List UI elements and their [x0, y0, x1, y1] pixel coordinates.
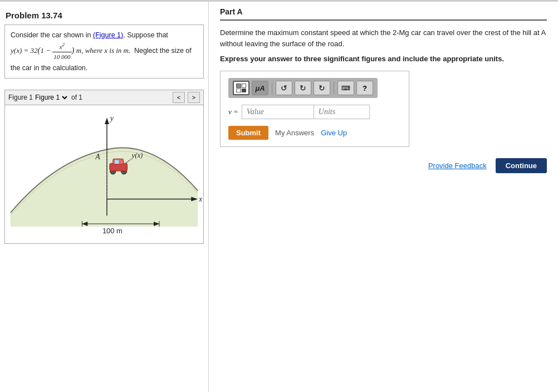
bottom-actions: Provide Feedback Continue: [220, 158, 547, 173]
undo-icon: ↺: [281, 84, 287, 92]
mu-a-button[interactable]: μA: [252, 81, 268, 95]
v-label: v =: [228, 107, 238, 116]
svg-text:A: A: [95, 153, 100, 161]
svg-rect-15: [115, 160, 119, 164]
question-text: Determine the maximum constant speed at …: [220, 27, 547, 49]
figure-link[interactable]: (Figure 1): [93, 31, 123, 39]
my-answers-label: My Answers: [275, 129, 314, 137]
help-button[interactable]: ?: [356, 81, 373, 95]
provide-feedback-link[interactable]: Provide Feedback: [428, 161, 487, 170]
svg-text:100 m: 100 m: [102, 227, 123, 235]
continue-button[interactable]: Continue: [496, 158, 547, 173]
value-input[interactable]: [242, 105, 314, 119]
framed-icon: [236, 84, 246, 92]
main-layout: Problem 13.74 Consider the car shown in …: [0, 2, 558, 392]
submit-row: Submit My Answers Give Up: [228, 126, 401, 140]
description-text-2: . Suppose that: [123, 31, 168, 39]
description-text-1: Consider the car shown in: [11, 31, 93, 39]
part-a-title: Part A: [220, 7, 547, 21]
undo-button[interactable]: ↺: [276, 81, 292, 95]
figure-of-text: of 1: [71, 94, 82, 101]
svg-text:x: x: [198, 195, 203, 203]
right-panel: Part A Determine the maximum constant sp…: [209, 2, 558, 392]
figure-panel: Figure 1 Figure 1 of 1 < >: [0, 90, 208, 244]
problem-title: Problem 13.74: [0, 7, 208, 24]
problem-description-box: Consider the car shown in (Figure 1). Su…: [4, 24, 204, 79]
framed-icon-button[interactable]: [233, 81, 249, 95]
figure-next-button[interactable]: >: [188, 92, 200, 103]
figure-label: Figure 1: [8, 94, 33, 101]
svg-text:y(x): y(x): [130, 151, 143, 159]
keyboard-icon: ⌨: [341, 85, 350, 92]
keyboard-button[interactable]: ⌨: [337, 81, 354, 95]
help-icon: ?: [363, 84, 367, 92]
figure-header: Figure 1 Figure 1 of 1 < >: [4, 90, 204, 105]
refresh-button[interactable]: ↻: [314, 81, 330, 95]
refresh-icon: ↻: [319, 84, 325, 92]
mu-a-icon: μA: [255, 84, 265, 92]
toolbar-separator-1: [272, 82, 272, 94]
figure-navigation: < >: [172, 92, 200, 103]
express-text: Express your answer to three significant…: [220, 55, 547, 63]
toolbar-separator-2: [334, 82, 334, 94]
math-formula: y(x) = 32(1 − x210 000) m, where x is in…: [11, 46, 132, 55]
figure-image-container: y x y(x) A: [4, 105, 204, 244]
give-up-link[interactable]: Give Up: [321, 129, 347, 137]
redo-button[interactable]: ↻: [295, 81, 311, 95]
figure-svg: y x y(x) A: [5, 105, 203, 243]
redo-icon: ↻: [300, 84, 306, 92]
units-input[interactable]: [314, 105, 370, 119]
answer-toolbar: μA ↺ ↻ ↻ ⌨: [228, 78, 378, 98]
submit-button[interactable]: Submit: [228, 126, 268, 140]
figure-select[interactable]: Figure 1: [33, 93, 69, 102]
svg-text:y: y: [109, 114, 114, 122]
answer-row: v =: [228, 105, 401, 119]
figure-prev-button[interactable]: <: [173, 92, 185, 103]
left-panel: Problem 13.74 Consider the car shown in …: [0, 2, 209, 392]
answer-container: μA ↺ ↻ ↻ ⌨: [220, 71, 409, 147]
